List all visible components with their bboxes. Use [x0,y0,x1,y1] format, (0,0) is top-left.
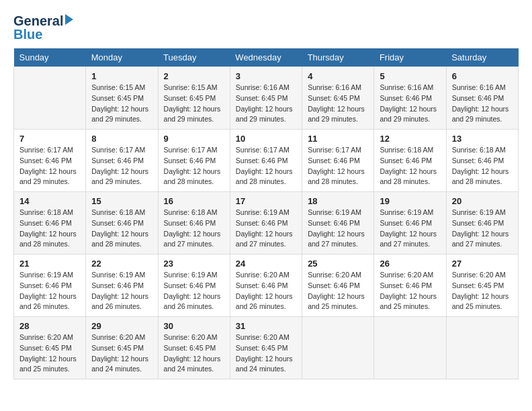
day-info: Sunrise: 6:18 AM Sunset: 6:46 PM Dayligh… [452,145,513,187]
day-number: 9 [164,134,224,144]
day-info: Sunrise: 6:19 AM Sunset: 6:46 PM Dayligh… [380,208,440,250]
day-info: Sunrise: 6:19 AM Sunset: 6:46 PM Dayligh… [91,270,152,312]
logo-arrow-icon [65,14,73,25]
day-info: Sunrise: 6:15 AM Sunset: 6:45 PM Dayligh… [91,83,152,125]
day-info: Sunrise: 6:19 AM Sunset: 6:46 PM Dayligh… [164,270,224,312]
day-cell [446,317,518,379]
day-cell: 12Sunrise: 6:18 AM Sunset: 6:46 PM Dayli… [374,130,446,192]
day-number: 4 [308,71,368,81]
day-number: 21 [19,259,80,269]
day-cell: 16Sunrise: 6:18 AM Sunset: 6:46 PM Dayli… [158,192,230,255]
day-cell: 25Sunrise: 6:20 AM Sunset: 6:46 PM Dayli… [302,255,374,317]
day-number: 31 [236,321,296,331]
day-number: 20 [452,196,513,206]
week-row-5: 28Sunrise: 6:20 AM Sunset: 6:45 PM Dayli… [14,317,519,379]
day-info: Sunrise: 6:17 AM Sunset: 6:46 PM Dayligh… [308,145,368,187]
day-info: Sunrise: 6:17 AM Sunset: 6:46 PM Dayligh… [164,145,224,187]
day-cell: 23Sunrise: 6:19 AM Sunset: 6:46 PM Dayli… [158,255,230,317]
day-number: 16 [164,196,224,206]
header-cell-saturday: Saturday [446,48,518,67]
day-info: Sunrise: 6:19 AM Sunset: 6:46 PM Dayligh… [452,208,513,250]
day-cell: 31Sunrise: 6:20 AM Sunset: 6:45 PM Dayli… [230,317,302,379]
day-number: 23 [164,259,224,269]
logo-text-general: General [13,13,63,28]
day-number: 15 [91,196,152,206]
day-number: 3 [236,71,296,81]
day-number: 14 [19,196,80,206]
day-info: Sunrise: 6:17 AM Sunset: 6:46 PM Dayligh… [91,145,152,187]
day-info: Sunrise: 6:20 AM Sunset: 6:45 PM Dayligh… [452,270,513,312]
day-info: Sunrise: 6:20 AM Sunset: 6:46 PM Dayligh… [236,270,296,312]
day-info: Sunrise: 6:18 AM Sunset: 6:46 PM Dayligh… [19,208,80,250]
day-cell: 3Sunrise: 6:16 AM Sunset: 6:45 PM Daylig… [230,67,302,130]
day-cell: 4Sunrise: 6:16 AM Sunset: 6:45 PM Daylig… [302,67,374,130]
day-cell [374,317,446,379]
day-cell [302,317,374,379]
day-info: Sunrise: 6:18 AM Sunset: 6:46 PM Dayligh… [91,208,152,250]
day-number: 17 [236,196,296,206]
day-cell: 28Sunrise: 6:20 AM Sunset: 6:45 PM Dayli… [14,317,86,379]
day-cell: 6Sunrise: 6:16 AM Sunset: 6:46 PM Daylig… [446,67,518,130]
day-number: 11 [308,134,368,144]
day-cell: 17Sunrise: 6:19 AM Sunset: 6:46 PM Dayli… [230,192,302,255]
day-cell: 24Sunrise: 6:20 AM Sunset: 6:46 PM Dayli… [230,255,302,317]
day-number: 26 [380,259,440,269]
day-cell: 11Sunrise: 6:17 AM Sunset: 6:46 PM Dayli… [302,130,374,192]
day-info: Sunrise: 6:19 AM Sunset: 6:46 PM Dayligh… [308,208,368,250]
day-cell: 27Sunrise: 6:20 AM Sunset: 6:45 PM Dayli… [446,255,518,317]
day-number: 7 [19,134,80,144]
day-number: 24 [236,259,296,269]
day-info: Sunrise: 6:20 AM Sunset: 6:45 PM Dayligh… [164,332,224,375]
header-cell-monday: Monday [86,48,158,67]
day-cell [14,67,86,130]
day-number: 30 [164,321,224,331]
calendar-header: SundayMondayTuesdayWednesdayThursdayFrid… [14,48,519,67]
header-row: SundayMondayTuesdayWednesdayThursdayFrid… [14,48,519,67]
day-number: 27 [452,259,513,269]
calendar-body: 1Sunrise: 6:15 AM Sunset: 6:45 PM Daylig… [14,67,519,379]
day-cell: 2Sunrise: 6:15 AM Sunset: 6:45 PM Daylig… [158,67,230,130]
day-cell: 1Sunrise: 6:15 AM Sunset: 6:45 PM Daylig… [86,67,158,130]
day-number: 1 [91,71,152,81]
day-number: 19 [380,196,440,206]
day-info: Sunrise: 6:20 AM Sunset: 6:46 PM Dayligh… [308,270,368,312]
day-cell: 18Sunrise: 6:19 AM Sunset: 6:46 PM Dayli… [302,192,374,255]
day-number: 2 [164,71,224,81]
day-info: Sunrise: 6:19 AM Sunset: 6:46 PM Dayligh… [236,208,296,250]
day-info: Sunrise: 6:17 AM Sunset: 6:46 PM Dayligh… [19,145,80,187]
day-info: Sunrise: 6:18 AM Sunset: 6:46 PM Dayligh… [164,208,224,250]
day-cell: 19Sunrise: 6:19 AM Sunset: 6:46 PM Dayli… [374,192,446,255]
day-cell: 26Sunrise: 6:20 AM Sunset: 6:46 PM Dayli… [374,255,446,317]
calendar-table: SundayMondayTuesdayWednesdayThursdayFrid… [13,48,519,379]
day-cell: 20Sunrise: 6:19 AM Sunset: 6:46 PM Dayli… [446,192,518,255]
day-info: Sunrise: 6:18 AM Sunset: 6:46 PM Dayligh… [380,145,440,187]
header-cell-sunday: Sunday [14,48,86,67]
week-row-2: 7Sunrise: 6:17 AM Sunset: 6:46 PM Daylig… [14,130,519,192]
header-cell-thursday: Thursday [302,48,374,67]
day-cell: 29Sunrise: 6:20 AM Sunset: 6:45 PM Dayli… [86,317,158,379]
week-row-3: 14Sunrise: 6:18 AM Sunset: 6:46 PM Dayli… [14,192,519,255]
day-number: 13 [452,134,513,144]
day-number: 28 [19,321,80,331]
day-info: Sunrise: 6:19 AM Sunset: 6:46 PM Dayligh… [19,270,80,312]
header-cell-wednesday: Wednesday [230,48,302,67]
day-cell: 5Sunrise: 6:16 AM Sunset: 6:46 PM Daylig… [374,67,446,130]
day-number: 18 [308,196,368,206]
day-info: Sunrise: 6:16 AM Sunset: 6:45 PM Dayligh… [236,83,296,125]
day-info: Sunrise: 6:20 AM Sunset: 6:45 PM Dayligh… [236,332,296,375]
day-number: 8 [91,134,152,144]
page-header: General Blue [13,13,519,42]
day-number: 25 [308,259,368,269]
day-info: Sunrise: 6:16 AM Sunset: 6:46 PM Dayligh… [452,83,513,125]
day-number: 5 [380,71,440,81]
day-cell: 30Sunrise: 6:20 AM Sunset: 6:45 PM Dayli… [158,317,230,379]
logo: General Blue [13,13,73,42]
day-cell: 15Sunrise: 6:18 AM Sunset: 6:46 PM Dayli… [86,192,158,255]
day-info: Sunrise: 6:20 AM Sunset: 6:46 PM Dayligh… [380,270,440,312]
day-number: 22 [91,259,152,269]
day-cell: 8Sunrise: 6:17 AM Sunset: 6:46 PM Daylig… [86,130,158,192]
day-info: Sunrise: 6:20 AM Sunset: 6:45 PM Dayligh… [91,332,152,375]
day-cell: 13Sunrise: 6:18 AM Sunset: 6:46 PM Dayli… [446,130,518,192]
day-cell: 22Sunrise: 6:19 AM Sunset: 6:46 PM Dayli… [86,255,158,317]
day-info: Sunrise: 6:20 AM Sunset: 6:45 PM Dayligh… [19,332,80,375]
